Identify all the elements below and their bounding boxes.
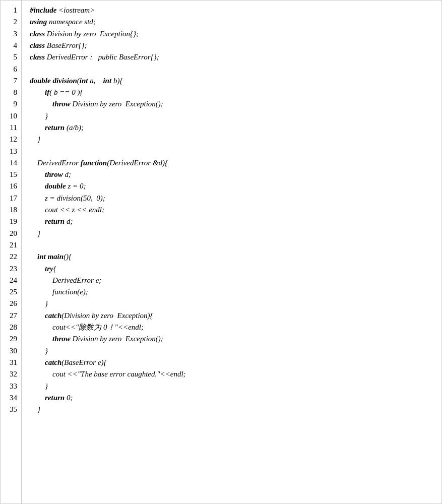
code-line-14: DerivedError function(DerivedError &d){ bbox=[30, 157, 441, 169]
line-number-29: 29 bbox=[10, 333, 17, 345]
line-number-12: 12 bbox=[10, 134, 17, 145]
line-number-13: 13 bbox=[10, 146, 17, 157]
code-line-2: using namespace std; bbox=[30, 16, 441, 28]
code-line-8: if( b == 0 ){ bbox=[30, 87, 441, 98]
line-number-2: 2 bbox=[14, 16, 18, 28]
code-line-1: #include <iostream> bbox=[30, 5, 441, 16]
line-number-6: 6 bbox=[14, 63, 18, 75]
code-line-9: throw Division by zero Exception(); bbox=[30, 98, 441, 110]
line-number-33: 33 bbox=[10, 381, 17, 392]
code-line-5: class DerivedError : public BaseError{}; bbox=[30, 51, 441, 63]
line-number-8: 8 bbox=[14, 87, 18, 98]
line-number-3: 3 bbox=[14, 28, 18, 40]
code-container: 1234567891011121314151617181920212223242… bbox=[0, 0, 442, 504]
code-line-24: DerivedError e; bbox=[30, 275, 441, 286]
line-number-35: 35 bbox=[10, 404, 17, 415]
code-line-3: class Division by zero Exception{}; bbox=[30, 28, 441, 40]
line-number-24: 24 bbox=[10, 275, 17, 286]
line-number-9: 9 bbox=[14, 98, 18, 110]
code-line-17: z = division(50, 0); bbox=[30, 193, 441, 204]
code-line-10: } bbox=[30, 110, 441, 122]
line-number-4: 4 bbox=[14, 40, 18, 51]
code-line-6 bbox=[30, 63, 441, 75]
code-line-16: double z = 0; bbox=[30, 180, 441, 192]
code-line-30: } bbox=[30, 345, 441, 357]
code-line-15: throw d; bbox=[30, 169, 441, 180]
code-line-7: double division(int a, int b){ bbox=[30, 75, 441, 87]
code-line-29: throw Division by zero Exception(); bbox=[30, 333, 441, 345]
code-line-12: } bbox=[30, 134, 441, 145]
code-line-35: } bbox=[30, 404, 441, 415]
code-line-20: } bbox=[30, 228, 441, 239]
code-line-31: catch(BaseError e){ bbox=[30, 357, 441, 368]
line-number-1: 1 bbox=[14, 5, 18, 16]
line-number-19: 19 bbox=[10, 216, 17, 227]
code-line-13 bbox=[30, 146, 441, 157]
code-line-32: cout <<"The base error caughted."<<endl; bbox=[30, 368, 441, 380]
code-line-19: return d; bbox=[30, 216, 441, 227]
line-number-30: 30 bbox=[10, 345, 17, 357]
code-line-26: } bbox=[30, 298, 441, 309]
line-number-15: 15 bbox=[10, 169, 17, 180]
line-number-14: 14 bbox=[10, 157, 17, 169]
code-line-27: catch(Division by zero Exception){ bbox=[30, 310, 441, 322]
line-number-11: 11 bbox=[10, 122, 17, 134]
code-line-28: cout<<"除数为 0！"<<endl; bbox=[30, 322, 441, 333]
line-number-27: 27 bbox=[10, 310, 17, 322]
code-line-23: try{ bbox=[30, 263, 441, 275]
line-number-31: 31 bbox=[10, 357, 17, 368]
code-line-18: cout << z << endl; bbox=[30, 204, 441, 216]
code-line-33: } bbox=[30, 381, 441, 392]
line-number-34: 34 bbox=[10, 392, 17, 404]
code-line-11: return (a/b); bbox=[30, 122, 441, 134]
line-number-16: 16 bbox=[10, 180, 17, 192]
line-number-7: 7 bbox=[14, 75, 18, 87]
line-number-25: 25 bbox=[10, 286, 17, 298]
line-number-5: 5 bbox=[14, 51, 18, 63]
line-number-17: 17 bbox=[10, 193, 17, 204]
code-line-4: class BaseError{}; bbox=[30, 40, 441, 51]
code-line-22: int main(){ bbox=[30, 251, 441, 263]
line-number-22: 22 bbox=[10, 251, 17, 263]
code-line-21 bbox=[30, 239, 441, 251]
line-number-32: 32 bbox=[10, 368, 17, 380]
line-number-10: 10 bbox=[10, 110, 17, 122]
code-area: #include <iostream>using namespace std;c… bbox=[22, 1, 441, 503]
line-number-26: 26 bbox=[10, 298, 17, 309]
line-number-21: 21 bbox=[10, 239, 17, 251]
line-number-20: 20 bbox=[10, 228, 17, 239]
code-line-34: return 0; bbox=[30, 392, 441, 404]
line-number-28: 28 bbox=[10, 322, 17, 333]
line-number-18: 18 bbox=[10, 204, 17, 216]
line-numbers: 1234567891011121314151617181920212223242… bbox=[1, 1, 22, 503]
line-number-23: 23 bbox=[10, 263, 17, 275]
code-line-25: function(e); bbox=[30, 286, 441, 298]
